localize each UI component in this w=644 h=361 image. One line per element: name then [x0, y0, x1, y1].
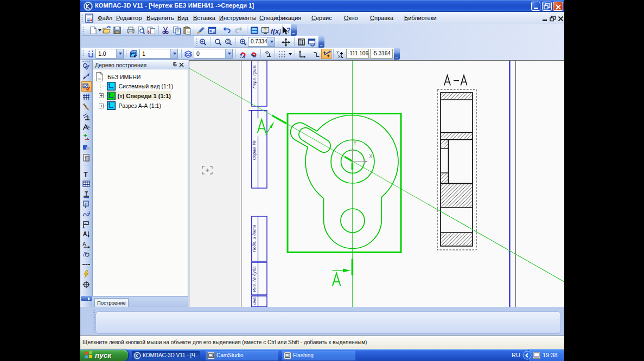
- svg-text:P: P: [85, 202, 87, 207]
- svg-text:Y: Y: [336, 50, 339, 54]
- svg-text:Справ. №: Справ. №: [252, 140, 257, 160]
- svg-text:Инв. № дубл.: Инв. № дубл.: [252, 265, 257, 292]
- svg-text:δ: δ: [83, 251, 87, 257]
- svg-text:A: A: [83, 231, 87, 237]
- svg-text:T: T: [84, 170, 88, 178]
- svg-text:A: A: [82, 241, 86, 247]
- svg-text:f(x): f(x): [271, 28, 280, 35]
- svg-text:Взам. инв.: Взам. инв.: [252, 296, 257, 307]
- svg-text:Y: Y: [353, 140, 357, 146]
- svg-text:Подп. и дата: Подп. и дата: [252, 224, 257, 252]
- svg-text:?: ?: [264, 27, 267, 33]
- svg-text:X: X: [338, 55, 341, 59]
- svg-text:Перв. прим.: Перв. прим.: [252, 65, 257, 88]
- svg-text:X: X: [369, 153, 373, 159]
- svg-text:?: ?: [286, 27, 291, 34]
